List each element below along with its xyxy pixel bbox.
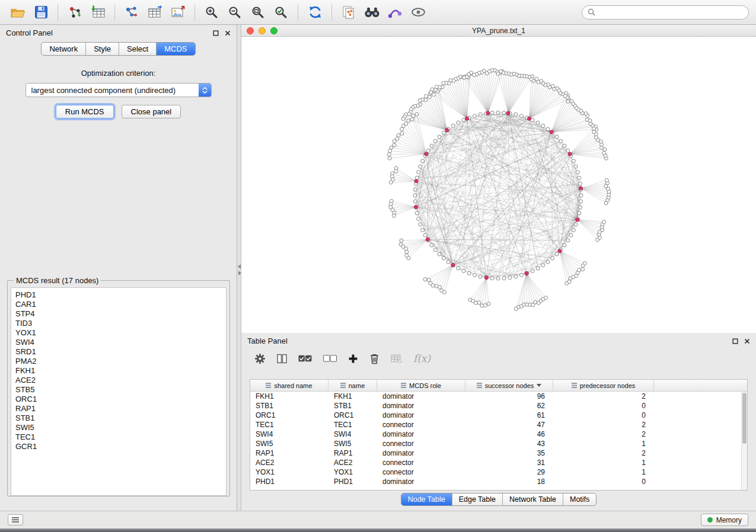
cell-predecessor-nodes: 2 xyxy=(553,430,654,438)
table-row[interactable]: FKH1FKH1dominator962 xyxy=(250,392,741,401)
mcds-result-item[interactable]: FKH1 xyxy=(15,366,226,376)
table-row[interactable]: TEC1TEC1connector472 xyxy=(250,420,741,430)
table-row[interactable]: RAP1RAP1dominator352 xyxy=(250,448,741,458)
clone-network-button[interactable] xyxy=(338,2,359,23)
tab-motifs[interactable]: Motifs xyxy=(563,493,596,505)
search-input[interactable] xyxy=(599,8,743,17)
function-builder-button[interactable]: f(x) xyxy=(413,352,430,364)
mcds-result-item[interactable]: YOX1 xyxy=(15,328,226,338)
table-row[interactable]: YOX1YOX1connector291 xyxy=(250,467,741,477)
network-window-titlebar[interactable]: YPA_prune.txt_1 xyxy=(241,25,756,37)
export-table-button[interactable] xyxy=(144,2,165,23)
show-columns-button[interactable] xyxy=(277,354,287,364)
mcds-result-item[interactable]: SWI5 xyxy=(15,423,226,432)
mcds-result-item[interactable]: CAR1 xyxy=(15,300,226,309)
column-header-shared-name[interactable]: shared name xyxy=(250,380,328,391)
column-header-filler xyxy=(654,380,747,391)
tab-node-table[interactable]: Node Table xyxy=(401,493,452,505)
tab-edge-table[interactable]: Edge Table xyxy=(452,493,503,505)
window-zoom-icon[interactable] xyxy=(270,27,277,34)
apply-style-button[interactable] xyxy=(384,2,406,23)
tab-mcds[interactable]: MCDS xyxy=(157,43,194,55)
zoom-selected-button[interactable] xyxy=(270,2,292,23)
table-row[interactable]: PHD1PHD1dominator180 xyxy=(250,477,741,486)
open-button[interactable] xyxy=(7,2,28,23)
close-panel-button[interactable]: Close panel xyxy=(122,105,181,118)
cell-mcds-role: connector xyxy=(377,468,465,476)
network-canvas[interactable] xyxy=(241,37,756,333)
memory-button[interactable]: Memory xyxy=(701,514,748,526)
zoom-out-button[interactable] xyxy=(224,2,245,23)
select-all-columns-button[interactable] xyxy=(298,355,312,362)
mcds-result-item[interactable]: ORC1 xyxy=(15,395,226,404)
mcds-result-item[interactable]: STB1 xyxy=(15,414,226,423)
network-window: YPA_prune.txt_1 xyxy=(241,25,756,333)
mcds-result-item[interactable]: STB5 xyxy=(15,385,226,395)
float-table-panel-icon[interactable] xyxy=(732,338,738,344)
table-row[interactable]: STB1STB1dominator620 xyxy=(250,401,741,411)
cell-successor-nodes: 31 xyxy=(465,459,553,467)
mcds-result-item[interactable]: PMA2 xyxy=(15,357,226,366)
show-hide-button[interactable] xyxy=(407,2,429,23)
create-column-button[interactable] xyxy=(348,354,358,364)
control-panel-title: Control Panel xyxy=(6,28,53,37)
zoom-fit-icon xyxy=(251,6,264,19)
criterion-value: largest connected component (undirected) xyxy=(31,86,176,95)
table-row[interactable]: SWI5SWI5connector431 xyxy=(250,439,741,448)
criterion-dropdown[interactable]: largest connected component (undirected) xyxy=(25,83,212,97)
column-header-mcds-role[interactable]: MCDS role xyxy=(377,380,465,391)
table-row[interactable]: ORC1ORC1dominator610 xyxy=(250,411,741,420)
mcds-result-item[interactable]: GCR1 xyxy=(15,442,226,451)
float-panel-icon[interactable] xyxy=(213,30,219,36)
column-header-name[interactable]: name xyxy=(328,380,377,391)
mcds-result-item[interactable]: PHD1 xyxy=(15,290,226,300)
mcds-result-item[interactable]: ACE2 xyxy=(15,376,226,385)
table-scrollbar[interactable] xyxy=(741,392,747,490)
zoom-in-button[interactable] xyxy=(201,2,222,23)
export-network-button[interactable] xyxy=(121,2,142,23)
tab-select[interactable]: Select xyxy=(119,43,157,55)
search-icon xyxy=(588,8,595,16)
export-image-button[interactable] xyxy=(167,2,189,23)
column-header-successor-nodes[interactable]: successor nodes xyxy=(465,380,553,391)
cell-name: SWI4 xyxy=(328,430,377,438)
table-row[interactable]: ACE2ACE2connector311 xyxy=(250,458,741,467)
table-row[interactable]: SWI4SWI4dominator462 xyxy=(250,430,741,439)
delete-table-button[interactable] xyxy=(391,354,402,363)
tab-network[interactable]: Network xyxy=(42,43,86,55)
import-table-button[interactable] xyxy=(87,2,109,23)
search-box[interactable] xyxy=(582,5,749,20)
import-network-button[interactable] xyxy=(64,2,85,23)
panel-splitter[interactable] xyxy=(237,25,241,511)
first-neighbors-button[interactable] xyxy=(361,2,382,23)
mcds-result-item[interactable]: TID3 xyxy=(15,319,226,328)
tab-style[interactable]: Style xyxy=(86,43,119,55)
window-minimize-icon[interactable] xyxy=(259,27,266,34)
table-panel: Table Panel xyxy=(241,333,756,511)
task-history-button[interactable] xyxy=(8,514,23,525)
tab-network-table[interactable]: Network Table xyxy=(503,493,563,505)
delete-column-button[interactable] xyxy=(369,353,379,364)
cell-shared-name: FKH1 xyxy=(250,392,328,400)
save-button[interactable] xyxy=(30,2,52,23)
mcds-result-item[interactable]: STP4 xyxy=(15,309,226,319)
mcds-result-item[interactable]: TEC1 xyxy=(15,432,226,442)
table-scrollbar-thumb[interactable] xyxy=(742,393,747,444)
splitter-collapse-icon[interactable] xyxy=(237,264,241,275)
close-panel-icon[interactable] xyxy=(225,30,231,36)
window-close-icon[interactable] xyxy=(247,27,254,34)
mcds-result-item[interactable]: SRD1 xyxy=(15,347,226,357)
cell-successor-nodes: 35 xyxy=(465,449,553,457)
mcds-result-item[interactable]: RAP1 xyxy=(15,404,226,414)
mcds-result-item[interactable]: SWI4 xyxy=(15,338,226,347)
table-settings-button[interactable] xyxy=(254,353,266,364)
column-header-predecessor-nodes[interactable]: predecessor nodes xyxy=(553,380,654,391)
import-network-icon xyxy=(68,5,82,20)
cell-mcds-role: dominator xyxy=(377,430,465,438)
run-mcds-button[interactable]: Run MCDS xyxy=(56,105,114,118)
deselect-all-columns-button[interactable] xyxy=(323,355,337,362)
memory-label: Memory xyxy=(716,516,742,524)
refresh-button[interactable] xyxy=(304,2,326,23)
close-table-panel-icon[interactable] xyxy=(744,338,750,344)
zoom-fit-button[interactable] xyxy=(247,2,269,23)
